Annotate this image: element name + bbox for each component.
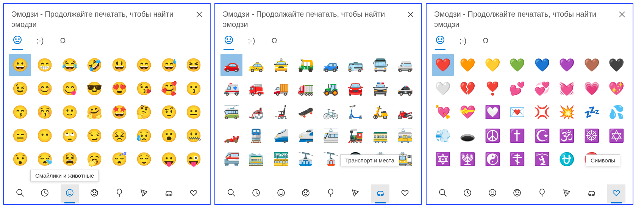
emoji-cell[interactable]: 🚙 [320, 54, 342, 76]
emoji-cell[interactable]: 💞 [531, 77, 553, 99]
emoji-cell[interactable]: 🚄 [270, 124, 292, 146]
emoji-cell[interactable]: 😣 [108, 124, 130, 146]
tab-kaomoji[interactable]: ;-) [245, 35, 258, 50]
emoji-cell[interactable]: 😌 [133, 148, 155, 170]
category-transport[interactable] [583, 184, 601, 203]
emoji-cell[interactable]: ✡️ [605, 124, 627, 146]
emoji-cell[interactable]: 😘 [133, 77, 155, 99]
emoji-cell[interactable]: 😁 [34, 54, 56, 76]
emoji-cell[interactable]: 🚑 [220, 77, 242, 99]
emoji-cell[interactable]: 🚒 [245, 77, 267, 99]
tab-emoji[interactable] [223, 35, 235, 50]
emoji-cell[interactable]: 🚕 [245, 54, 267, 76]
emoji-cell[interactable]: 🤔 [133, 101, 155, 123]
category-recent[interactable] [458, 184, 477, 203]
emoji-cell[interactable]: 💥 [556, 101, 578, 123]
emoji-cell[interactable]: 🚆 [245, 124, 267, 146]
emoji-cell[interactable]: 😍 [108, 77, 130, 99]
emoji-cell[interactable]: 🕳️ [456, 124, 478, 146]
emoji-cell[interactable]: 🛹 [295, 101, 317, 123]
emoji-cell[interactable]: 😂 [59, 54, 81, 76]
emoji-cell[interactable]: 😑 [9, 124, 31, 146]
emoji-cell[interactable]: 🚖 [270, 54, 292, 76]
emoji-cell[interactable]: 😀 [9, 54, 31, 76]
category-recent[interactable] [247, 184, 265, 203]
tab-emoji[interactable] [11, 35, 23, 50]
emoji-cell[interactable]: 💢 [531, 101, 553, 123]
emoji-cell[interactable]: 💜 [556, 54, 578, 76]
emoji-cell[interactable]: 😗 [183, 77, 205, 99]
emoji-cell[interactable]: 🚅 [295, 124, 317, 146]
emoji-cell[interactable]: 🚎 [220, 101, 242, 123]
emoji-cell[interactable]: 🚈 [320, 124, 342, 146]
emoji-cell[interactable]: 🕎 [456, 148, 478, 170]
emoji-cell[interactable]: 💕 [506, 77, 528, 99]
emoji-cell[interactable]: ⛎ [556, 148, 578, 170]
emoji-cell[interactable]: 🚍 [369, 54, 391, 76]
category-symbols[interactable] [184, 184, 203, 203]
category-people[interactable] [297, 184, 315, 203]
emoji-cell[interactable]: 🚘 [344, 77, 366, 99]
emoji-cell[interactable]: 💝 [456, 101, 478, 123]
tab-symbols[interactable]: Ω [268, 35, 280, 50]
emoji-cell[interactable]: 🚟 [270, 148, 292, 170]
category-people[interactable] [85, 184, 103, 203]
emoji-cell[interactable]: ☮️ [481, 124, 503, 146]
emoji-cell[interactable]: 🖤 [605, 54, 627, 76]
close-icon[interactable] [617, 9, 627, 20]
tab-symbols[interactable]: Ω [57, 35, 69, 50]
emoji-cell[interactable]: 🤎 [581, 54, 603, 76]
category-symbols[interactable] [607, 184, 625, 203]
category-food[interactable] [558, 184, 576, 203]
emoji-cell[interactable]: 🚐 [394, 54, 416, 76]
emoji-cell[interactable]: 💛 [481, 54, 503, 76]
tab-emoji[interactable] [434, 35, 446, 50]
emoji-cell[interactable]: 😶 [34, 124, 56, 146]
emoji-cell[interactable]: 😄 [133, 54, 155, 76]
emoji-cell[interactable]: 🦽 [245, 101, 267, 123]
emoji-cell[interactable]: 💦 [605, 101, 627, 123]
emoji-cell[interactable]: ❤️ [432, 54, 454, 76]
emoji-cell[interactable]: 💌 [506, 101, 528, 123]
emoji-cell[interactable]: 🚂 [344, 124, 366, 146]
category-search[interactable] [222, 184, 241, 203]
category-celebration[interactable] [322, 184, 340, 203]
emoji-cell[interactable]: 🥰 [158, 77, 180, 99]
emoji-cell[interactable]: 🚲 [320, 101, 342, 123]
emoji-cell[interactable]: 😐 [183, 101, 205, 123]
category-search[interactable] [11, 184, 29, 203]
emoji-cell[interactable]: 😯 [9, 148, 31, 170]
emoji-cell[interactable]: 🛵 [369, 101, 391, 123]
category-food[interactable] [135, 184, 153, 203]
emoji-cell[interactable]: 🙄 [59, 124, 81, 146]
emoji-cell[interactable]: 🥱 [83, 148, 105, 170]
category-celebration[interactable] [110, 184, 128, 203]
category-smileys[interactable] [61, 184, 79, 203]
emoji-cell[interactable]: 🙂 [59, 101, 81, 123]
emoji-cell[interactable]: 💙 [531, 54, 553, 76]
category-recent[interactable] [36, 184, 54, 203]
emoji-cell[interactable]: 💔 [456, 77, 478, 99]
emoji-cell[interactable]: 🚞 [245, 148, 267, 170]
tab-kaomoji[interactable]: ;-) [457, 35, 469, 50]
emoji-cell[interactable]: 🚠 [295, 148, 317, 170]
emoji-cell[interactable]: 🚓 [394, 77, 416, 99]
emoji-cell[interactable]: 😊 [34, 77, 56, 99]
emoji-cell[interactable]: 🚝 [220, 148, 242, 170]
emoji-cell[interactable]: 🤍 [432, 77, 454, 99]
emoji-cell[interactable]: 😫 [59, 148, 81, 170]
emoji-cell[interactable]: 😥 [133, 124, 155, 146]
emoji-cell[interactable]: 🦼 [270, 101, 292, 123]
emoji-cell[interactable]: 😏 [83, 124, 105, 146]
emoji-cell[interactable]: 😪 [34, 148, 56, 170]
emoji-cell[interactable]: 💖 [605, 77, 627, 99]
emoji-cell[interactable]: 😙 [9, 101, 31, 123]
emoji-cell[interactable]: 🏎️ [220, 124, 242, 146]
emoji-cell[interactable]: 😋 [59, 77, 81, 99]
emoji-cell[interactable]: 💚 [506, 54, 528, 76]
emoji-cell[interactable]: 🚛 [295, 77, 317, 99]
emoji-cell[interactable]: 🤐 [183, 124, 205, 146]
emoji-cell[interactable]: 🧡 [456, 54, 478, 76]
category-symbols[interactable] [396, 184, 414, 203]
emoji-cell[interactable]: 🕉️ [556, 124, 578, 146]
